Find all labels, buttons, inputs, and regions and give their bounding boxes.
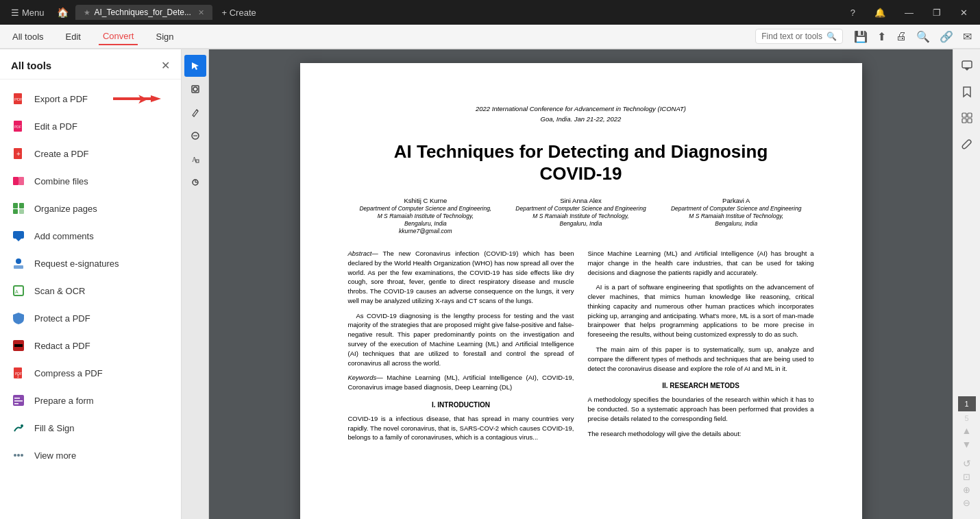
svg-rect-9 — [13, 203, 18, 208]
author3-institute: M S Ramaiah Institue of Technology, — [659, 213, 814, 220]
edit-pdf-icon: PDF — [11, 119, 26, 134]
right-col-p1: Since Machine Learning (ML) and Artifici… — [588, 249, 814, 277]
text-select-button[interactable]: A — [184, 148, 206, 170]
eraser-tool-button[interactable] — [184, 125, 206, 147]
save-icon[interactable]: 💾 — [854, 30, 868, 43]
svg-rect-27 — [14, 403, 19, 405]
zoom-out-button[interactable]: ⊖ — [963, 498, 970, 508]
research-p2: The research methodology will give the d… — [588, 429, 814, 439]
compress-pdf-label: Compress a PDF — [34, 368, 103, 378]
svg-rect-26 — [14, 400, 23, 402]
fill-sign-label: Fill & Sign — [34, 423, 75, 433]
upload-icon[interactable]: ⬆ — [877, 30, 886, 43]
pdf-content[interactable]: 9/22/531.00 ©2022 IEEE | DOI: 10.1109/IC… — [209, 49, 953, 519]
help-button[interactable]: ? — [844, 5, 862, 21]
author3-dept: Department of Computer Science and Engin… — [659, 205, 814, 213]
bookmarks-panel-button[interactable] — [956, 81, 978, 103]
scan-ocr-icon: A — [11, 283, 26, 298]
sidebar-item-compress-pdf[interactable]: PDF↕ Compress a PDF — [0, 359, 181, 387]
link-icon[interactable]: 🔗 — [940, 30, 953, 43]
print-icon[interactable]: 🖨 — [896, 30, 907, 43]
abstract-p2: As COVID-19 diagnosing is the lengthy pr… — [348, 311, 574, 368]
sidebar-item-export-pdf[interactable]: PDF Export a PDF ➤ — [0, 85, 181, 112]
maximize-button[interactable]: ❐ — [926, 5, 948, 21]
research-text: A methodology specifies the boundaries o… — [588, 395, 814, 423]
keywords-paragraph: Keywords— Machine Learning (ML), Artific… — [348, 373, 574, 392]
find-text-tools[interactable]: Find text or tools 🔍 — [755, 29, 843, 44]
sidebar-item-scan-ocr[interactable]: A Scan & OCR — [0, 277, 181, 304]
select-tool-button[interactable] — [184, 55, 206, 77]
svg-point-28 — [21, 424, 23, 427]
pencil-tool-button[interactable] — [184, 101, 206, 123]
menu-convert[interactable]: Convert — [99, 28, 138, 45]
refresh-button[interactable]: ↺ — [963, 458, 971, 469]
sidebar-item-add-comments[interactable]: Add comments — [0, 222, 181, 250]
sidebar-item-fill-sign[interactable]: Fill & Sign — [0, 414, 181, 442]
title-line1: AI Techniques for Detecting and Diagnosi… — [394, 141, 768, 162]
author2-city: Bengaluru, India — [503, 220, 659, 228]
author1-name: Kshitij C Kurne — [348, 196, 504, 205]
tab-title: AI_Techniques_for_Dete... — [95, 8, 191, 17]
conference-location: Goa, India. Jan 21-22, 2022 — [348, 114, 814, 123]
notifications-button[interactable]: 🔔 — [868, 5, 892, 21]
svg-rect-20 — [14, 344, 23, 347]
mail-icon[interactable]: ✉ — [963, 30, 972, 43]
svg-marker-32 — [192, 62, 199, 70]
author-3: Parkavi A Department of Computer Science… — [659, 196, 814, 235]
toolbar-icons: 💾 ⬆ 🖨 🔍 🔗 ✉ — [854, 30, 972, 43]
svg-text:+: + — [16, 150, 21, 158]
combine-files-label: Combine files — [34, 176, 88, 186]
sidebar-close-button[interactable]: ✕ — [161, 59, 170, 72]
scroll-up-button[interactable]: ▲ — [962, 425, 972, 436]
measure-tool-button[interactable] — [184, 171, 206, 193]
marquee-zoom-button[interactable] — [184, 78, 206, 100]
pdf-page: 9/22/531.00 ©2022 IEEE | DOI: 10.1109/IC… — [300, 63, 862, 519]
scroll-down-button[interactable]: ▼ — [962, 439, 972, 450]
author-2: Sini Anna Alex Department of Computer Sc… — [503, 196, 659, 235]
fit-page-button[interactable]: ⊡ — [963, 472, 970, 482]
authors-row: Kshitij C Kurne Department of Computer S… — [348, 196, 814, 235]
right-col-p2: AI is a part of software engineering tha… — [588, 282, 814, 339]
menu-sign[interactable]: Sign — [151, 29, 177, 45]
sidebar-item-organize-pages[interactable]: Organize pages — [0, 195, 181, 222]
close-button[interactable]: ✕ — [953, 5, 975, 21]
svg-rect-7 — [13, 177, 19, 185]
search-placeholder: Find text or tools — [761, 32, 822, 41]
abstract-label: Abstract— — [348, 250, 378, 257]
attachments-button[interactable] — [956, 133, 978, 155]
menu-button[interactable]: ☰ Menu — [5, 5, 50, 21]
intro-text: COVID-19 is a infectious disease, that h… — [348, 414, 574, 442]
svg-rect-43 — [962, 61, 972, 68]
current-page-box: 1 — [958, 396, 976, 411]
sidebar-items: PDF Export a PDF ➤ PDF Edit a PDF + — [0, 80, 181, 474]
tab-close-icon[interactable]: ✕ — [198, 8, 204, 17]
home-button[interactable]: 🏠 — [54, 4, 71, 21]
svg-rect-48 — [968, 119, 972, 123]
sidebar-item-combine-files[interactable]: Combine files — [0, 167, 181, 195]
svg-rect-45 — [962, 113, 966, 117]
sidebar-item-redact-pdf[interactable]: Redact a PDF — [0, 332, 181, 359]
sidebar-item-protect-pdf[interactable]: Protect a PDF — [0, 304, 181, 332]
create-pdf-icon: + — [11, 146, 26, 161]
minimize-button[interactable]: — — [898, 5, 920, 21]
protect-pdf-label: Protect a PDF — [34, 313, 90, 324]
sidebar-item-view-more[interactable]: View more — [0, 442, 181, 469]
zoom-icon[interactable]: 🔍 — [916, 30, 930, 43]
menu-edit[interactable]: Edit — [62, 29, 85, 45]
svg-rect-47 — [962, 119, 966, 123]
sidebar-item-create-pdf[interactable]: + Create a PDF — [0, 140, 181, 167]
main-layout: All tools ✕ PDF Export a PDF ➤ PDF Edit … — [0, 49, 980, 519]
pdf-page-content: 2022 International Conference for Advanc… — [348, 104, 814, 448]
total-pages: 5 — [964, 414, 968, 422]
sidebar-item-request-esignatures[interactable]: Request e-signatures — [0, 250, 181, 277]
sidebar-item-prepare-form[interactable]: Prepare a form — [0, 387, 181, 414]
zoom-in-button[interactable]: ⊕ — [963, 485, 970, 495]
keywords-label: Keywords— — [348, 374, 383, 381]
comments-panel-button[interactable] — [956, 55, 978, 77]
new-tab-button[interactable]: + Create — [217, 5, 262, 21]
active-tab[interactable]: ★ AI_Techniques_for_Dete... ✕ — [75, 5, 212, 20]
sidebar-item-edit-pdf[interactable]: PDF Edit a PDF — [0, 112, 181, 140]
page-thumbnails-button[interactable] — [956, 107, 978, 129]
menu-alltools[interactable]: All tools — [8, 29, 48, 45]
author2-institute: M S Ramaiah Institute of Technology, — [503, 213, 659, 220]
